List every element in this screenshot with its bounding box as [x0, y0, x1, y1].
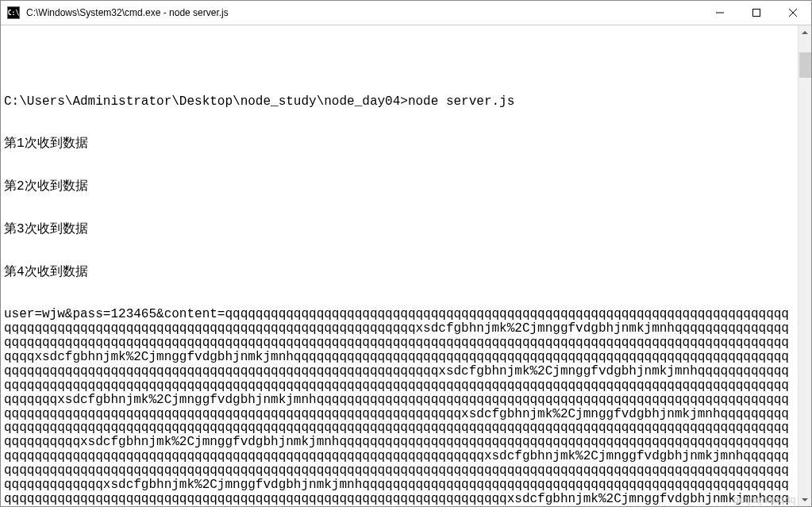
- recv-line-4: 第4次收到数据: [4, 266, 795, 280]
- scroll-down-arrow[interactable]: [799, 493, 811, 506]
- window-controls: [702, 1, 811, 25]
- recv-line-1: 第1次收到数据: [4, 137, 795, 152]
- output-body: user=wjw&pass=123465&content=qqqqqqqqqqq…: [4, 308, 795, 506]
- vertical-scrollbar[interactable]: [798, 25, 811, 506]
- prompt-line: C:\Users\Administrator\Desktop\node_stud…: [4, 95, 795, 109]
- console-output[interactable]: C:\Users\Administrator\Desktop\node_stud…: [1, 25, 798, 506]
- spacer: [4, 56, 795, 67]
- close-button[interactable]: [775, 1, 811, 25]
- window-titlebar: C:\ C:\Windows\System32\cmd.exe - node s…: [1, 1, 811, 25]
- content-wrapper: C:\Users\Administrator\Desktop\node_stud…: [1, 25, 811, 506]
- minimize-icon: [716, 9, 724, 17]
- scroll-up-arrow[interactable]: [799, 25, 811, 39]
- chevron-up-icon: [802, 31, 808, 34]
- watermark: qdqdqdqdqdq: [733, 494, 796, 505]
- cmd-icon: C:\: [7, 6, 20, 19]
- minimize-button[interactable]: [702, 1, 738, 25]
- recv-line-2: 第2次收到数据: [4, 180, 795, 194]
- maximize-icon: [752, 9, 760, 17]
- window-title: C:\Windows\System32\cmd.exe - node serve…: [25, 7, 702, 18]
- close-icon: [789, 9, 797, 17]
- scroll-track[interactable]: [799, 39, 811, 493]
- recv-line-3: 第3次收到数据: [4, 223, 795, 237]
- maximize-button[interactable]: [738, 1, 775, 25]
- chevron-down-icon: [802, 498, 808, 501]
- scroll-thumb[interactable]: [799, 52, 811, 78]
- svg-rect-1: [753, 10, 760, 17]
